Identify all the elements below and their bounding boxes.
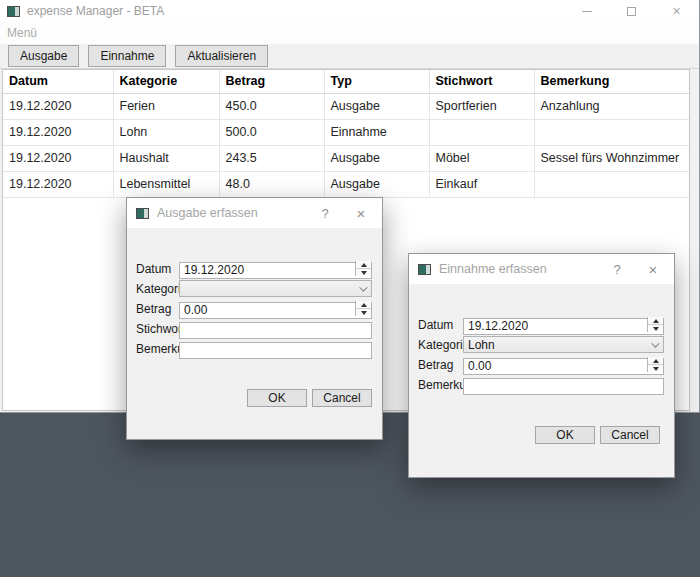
cell-stichwort[interactable]: Einkauf [429, 171, 534, 197]
datum-label: Datum [418, 318, 463, 332]
kategorie-combobox[interactable] [179, 280, 372, 297]
minimize-icon [582, 11, 592, 12]
spin-up-icon[interactable] [356, 261, 371, 269]
income-dialog-buttons: OK Cancel [409, 426, 660, 444]
close-button[interactable]: × [340, 198, 382, 228]
bemerkung-input[interactable] [179, 342, 372, 359]
app-icon [418, 264, 431, 275]
stichwort-label: Stichwort [136, 322, 179, 336]
betrag-label: Betrag [136, 302, 179, 316]
cell-kategorie[interactable]: Lebensmittel [113, 171, 219, 197]
spin-down-icon[interactable] [648, 325, 663, 332]
column-header-bemerkung[interactable]: Bemerkung [534, 70, 689, 93]
cell-typ[interactable]: Ausgabe [324, 93, 429, 119]
spin-down-icon[interactable] [648, 365, 663, 372]
close-button[interactable]: × [654, 0, 699, 22]
bemerkung-label: Bemerkung [136, 342, 179, 356]
column-header-kategorie[interactable]: Kategorie [113, 70, 219, 93]
cell-betrag[interactable]: 500.0 [219, 119, 324, 145]
bemerkung-row: Bemerkung [418, 376, 664, 393]
betrag-spinbox[interactable] [179, 302, 372, 319]
income-dialog-titlebar: Einnahme erfassen ? × [409, 254, 674, 284]
spinner-buttons[interactable] [355, 261, 371, 276]
help-button[interactable]: ? [310, 198, 340, 228]
cell-stichwort[interactable]: Möbel [429, 145, 534, 171]
table-row[interactable]: 19.12.2020 Ferien 450.0 Ausgabe Sportfer… [3, 93, 689, 119]
cell-datum[interactable]: 19.12.2020 [3, 171, 113, 197]
minimize-button[interactable] [564, 0, 609, 22]
kategorie-label: Kategorie [136, 282, 179, 296]
datum-label: Datum [136, 262, 179, 276]
table-row[interactable]: 19.12.2020 Lohn 500.0 Einnahme [3, 119, 689, 145]
spin-down-icon[interactable] [356, 269, 371, 276]
spin-up-icon[interactable] [648, 357, 663, 365]
income-dialog-form: Datum Kategorie Lohn Betrag [409, 284, 674, 393]
income-dialog: Einnahme erfassen ? × Datum Kategorie Lo… [408, 253, 675, 478]
cell-betrag[interactable]: 450.0 [219, 93, 324, 119]
cell-bemerkung[interactable] [534, 119, 689, 145]
close-button[interactable]: × [632, 254, 674, 284]
spinner-buttons[interactable] [355, 301, 371, 316]
spin-down-icon[interactable] [356, 309, 371, 316]
table-row[interactable]: 19.12.2020 Haushalt 243.5 Ausgabe Möbel … [3, 145, 689, 171]
datum-row: Datum [418, 316, 664, 333]
income-dialog-title: Einnahme erfassen [439, 262, 602, 276]
cell-typ[interactable]: Ausgabe [324, 145, 429, 171]
menu-item-menue[interactable]: Menü [7, 26, 37, 40]
bemerkung-row: Bemerkung [136, 340, 372, 357]
datum-spinbox[interactable] [179, 262, 372, 279]
maximize-icon [627, 7, 636, 16]
cell-kategorie[interactable]: Lohn [113, 119, 219, 145]
ausgabe-button[interactable]: Ausgabe [8, 45, 79, 67]
aktualisieren-button[interactable]: Aktualisieren [175, 45, 268, 67]
cell-betrag[interactable]: 48.0 [219, 171, 324, 197]
table-row[interactable]: 19.12.2020 Lebensmittel 48.0 Ausgabe Ein… [3, 171, 689, 197]
datum-spinbox[interactable] [463, 318, 664, 335]
window-title: expense Manager - BETA [27, 4, 564, 18]
spin-up-icon[interactable] [356, 301, 371, 309]
cell-kategorie[interactable]: Ferien [113, 93, 219, 119]
cell-bemerkung[interactable]: Anzahlung [534, 93, 689, 119]
chevron-down-icon [359, 283, 367, 291]
cell-stichwort[interactable]: Sportferien [429, 93, 534, 119]
cell-betrag[interactable]: 243.5 [219, 145, 324, 171]
stichwort-input[interactable] [179, 322, 372, 339]
column-header-stichwort[interactable]: Stichwort [429, 70, 534, 93]
bemerkung-input[interactable] [463, 378, 664, 395]
kategorie-combobox[interactable]: Lohn [463, 336, 664, 353]
cancel-button[interactable]: Cancel [312, 389, 372, 407]
titlebar: expense Manager - BETA × [0, 0, 699, 22]
betrag-row: Betrag [136, 300, 372, 317]
app-icon [136, 208, 149, 219]
column-header-betrag[interactable]: Betrag [219, 70, 324, 93]
cell-kategorie[interactable]: Haushalt [113, 145, 219, 171]
ok-button[interactable]: OK [535, 426, 595, 444]
close-icon: × [672, 4, 680, 18]
datum-row: Datum [136, 260, 372, 277]
spin-up-icon[interactable] [648, 317, 663, 325]
ok-button[interactable]: OK [247, 389, 307, 407]
column-header-datum[interactable]: Datum [3, 70, 113, 93]
cell-typ[interactable]: Einnahme [324, 119, 429, 145]
cell-bemerkung[interactable]: Sessel fürs Wohnzimmer [534, 145, 689, 171]
help-button[interactable]: ? [602, 254, 632, 284]
betrag-row: Betrag [418, 356, 664, 373]
cell-datum[interactable]: 19.12.2020 [3, 93, 113, 119]
expense-dialog-form: Datum Kategorie Betrag [127, 228, 382, 357]
menubar: Menü [0, 22, 699, 44]
bemerkung-label: Bemerkung [418, 378, 463, 392]
spinner-buttons[interactable] [647, 357, 663, 372]
cancel-button[interactable]: Cancel [600, 426, 660, 444]
cell-datum[interactable]: 19.12.2020 [3, 119, 113, 145]
cell-typ[interactable]: Ausgabe [324, 171, 429, 197]
spinner-buttons[interactable] [647, 317, 663, 332]
cell-bemerkung[interactable] [534, 171, 689, 197]
cell-datum[interactable]: 19.12.2020 [3, 145, 113, 171]
expense-dialog-buttons: OK Cancel [127, 389, 372, 407]
column-header-typ[interactable]: Typ [324, 70, 429, 93]
expense-dialog-titlebar: Ausgabe erfassen ? × [127, 198, 382, 228]
maximize-button[interactable] [609, 0, 654, 22]
betrag-spinbox[interactable] [463, 358, 664, 375]
cell-stichwort[interactable] [429, 119, 534, 145]
einnahme-button[interactable]: Einnahme [88, 45, 166, 67]
